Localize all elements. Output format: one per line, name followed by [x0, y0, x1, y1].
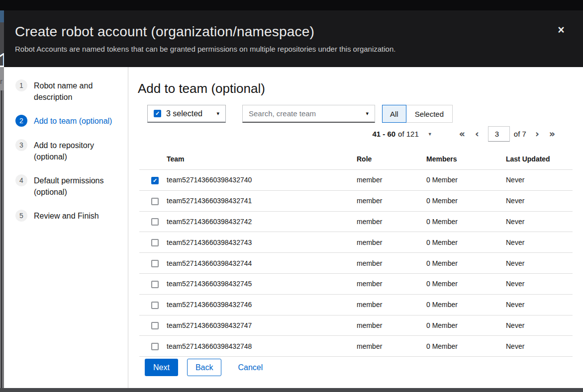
back-button[interactable]: Back: [187, 359, 222, 376]
row-checkbox-cell: ✓: [139, 315, 167, 336]
team-name: team527143660398432743: [167, 232, 357, 253]
next-button[interactable]: Next: [145, 359, 178, 376]
step-number-badge: 2: [15, 115, 27, 127]
chevron-down-icon: ▼: [428, 132, 432, 137]
wizard-footer: Next Back Cancel: [145, 359, 263, 376]
toggle-all-button[interactable]: All: [382, 105, 406, 123]
modal-title: Create robot account (organization/names…: [15, 24, 553, 40]
background-text-clip: r: [0, 67, 4, 90]
role-column-header: Role: [357, 149, 426, 170]
row-checkbox-cell: ✓: [139, 336, 167, 357]
teams-table: Team Role Members Last Updated ✓ team527…: [139, 149, 573, 357]
wizard-step[interactable]: 5 Review and Finish: [15, 210, 128, 222]
team-name: team527143660398432747: [167, 315, 357, 336]
team-role: member: [357, 232, 426, 253]
team-table-body: ✓ team527143660398432740 member 0 Member…: [139, 170, 573, 357]
row-checkbox[interactable]: ✓: [151, 343, 159, 350]
bulk-select-dropdown[interactable]: ✓ 3 selected ▾: [147, 105, 226, 123]
row-checkbox-cell: ✓: [139, 190, 167, 211]
step-number-badge: 4: [15, 174, 27, 186]
bulk-select-checkbox[interactable]: ✓: [154, 110, 161, 117]
modal-header: Create robot account (organization/names…: [4, 10, 583, 67]
team-role: member: [357, 170, 426, 191]
row-checkbox[interactable]: ✓: [151, 281, 159, 288]
bulk-select-label: 3 selected: [166, 109, 202, 118]
team-members-count: 0 Member: [426, 273, 506, 294]
table-row: ✓ team527143660398432746 member 0 Member…: [139, 294, 573, 315]
team-last-updated: Never: [506, 294, 573, 315]
toggle-selected-button[interactable]: Selected: [406, 105, 453, 123]
table-header-row: Team Role Members Last Updated: [139, 149, 573, 170]
team-members-count: 0 Member: [426, 211, 506, 232]
team-name: team527143660398432746: [167, 294, 357, 315]
team-last-updated: Never: [506, 273, 573, 294]
team-name: team527143660398432740: [167, 170, 357, 191]
last-page-icon[interactable]: »: [544, 129, 560, 139]
team-name: team527143660398432742: [167, 211, 357, 232]
wizard-step[interactable]: 2 Add to team (optional): [15, 115, 128, 127]
row-checkbox[interactable]: ✓: [151, 260, 159, 267]
background-panel-edge: [0, 90, 4, 392]
team-last-updated: Never: [506, 315, 573, 336]
background-text-fragment: r: [0, 77, 2, 85]
team-role: member: [357, 294, 426, 315]
step-number-badge: 5: [15, 210, 27, 222]
toolbar: ✓ 3 selected ▾ ▾ All Selected: [147, 105, 573, 123]
check-icon: ✓: [155, 111, 160, 116]
pagination: 41 - 60 of 121 ▼ « ‹ of 7 › »: [138, 126, 573, 142]
wizard-step-list: 1 Robot name and description 2 Add to te…: [4, 67, 128, 388]
table-row: ✓ team527143660398432747 member 0 Member…: [139, 315, 573, 336]
members-column-header: Members: [426, 149, 506, 170]
wizard-step[interactable]: 4 Default permissions (optional): [15, 174, 128, 198]
next-page-icon[interactable]: ›: [530, 129, 544, 139]
search-input[interactable]: [249, 109, 366, 118]
team-members-count: 0 Member: [426, 190, 506, 211]
chevron-down-icon[interactable]: ▾: [366, 110, 369, 117]
row-checkbox[interactable]: ✓: [151, 198, 159, 205]
step-label: Review and Finish: [34, 210, 112, 222]
close-icon[interactable]: ×: [555, 24, 567, 36]
table-row: ✓ team527143660398432741 member 0 Member…: [139, 190, 573, 211]
panel-heading: Add to team (optional): [138, 81, 573, 96]
current-page-input[interactable]: [488, 126, 510, 142]
team-role: member: [357, 315, 426, 336]
team-role: member: [357, 336, 426, 357]
team-search-select: ▾: [242, 105, 375, 123]
wizard-step[interactable]: 3 Add to repository (optional): [15, 139, 128, 162]
team-last-updated: Never: [506, 211, 573, 232]
row-checkbox-cell: ✓: [139, 211, 167, 232]
last-updated-column-header: Last Updated: [506, 149, 573, 170]
total-pages-label: of 7: [514, 130, 526, 138]
row-checkbox[interactable]: ✓: [151, 177, 159, 184]
team-role: member: [357, 253, 426, 274]
pagination-menu-toggle[interactable]: 41 - 60 of 121 ▼: [372, 130, 432, 138]
row-checkbox[interactable]: ✓: [151, 322, 159, 329]
wizard-step[interactable]: 1 Robot name and description: [15, 79, 128, 103]
step-number-badge: 1: [15, 79, 27, 91]
filter-toggle-group: All Selected: [382, 105, 453, 123]
team-name: team527143660398432748: [167, 336, 357, 357]
row-checkbox[interactable]: ✓: [151, 239, 159, 246]
background-page-edge: 1 r: [0, 10, 4, 392]
row-checkbox-cell: ✓: [139, 170, 167, 191]
pagination-total: of 121: [398, 130, 419, 138]
page-bottom-bar: [0, 388, 583, 392]
step-number-badge: 3: [15, 139, 27, 151]
team-role: member: [357, 211, 426, 232]
row-checkbox[interactable]: ✓: [151, 218, 159, 226]
first-page-icon[interactable]: «: [454, 129, 470, 139]
table-row: ✓ team527143660398432744 member 0 Member…: [139, 253, 573, 274]
team-name: team527143660398432741: [167, 190, 357, 211]
cancel-button[interactable]: Cancel: [238, 359, 263, 376]
wizard-main-panel: Add to team (optional) ✓ 3 selected ▾ ▾ …: [128, 67, 583, 388]
row-checkbox-cell: ✓: [139, 232, 167, 253]
row-checkbox-cell: ✓: [139, 294, 167, 315]
team-last-updated: Never: [506, 190, 573, 211]
pagination-range: 41 - 60: [372, 130, 395, 138]
row-checkbox[interactable]: ✓: [151, 302, 159, 309]
team-members-count: 0 Member: [426, 336, 506, 357]
background-heading-fragment: 1: [0, 49, 4, 67]
page-top-bar: [0, 0, 583, 10]
table-row: ✓ team527143660398432745 member 0 Member…: [139, 273, 573, 294]
previous-page-icon[interactable]: ‹: [470, 129, 484, 139]
